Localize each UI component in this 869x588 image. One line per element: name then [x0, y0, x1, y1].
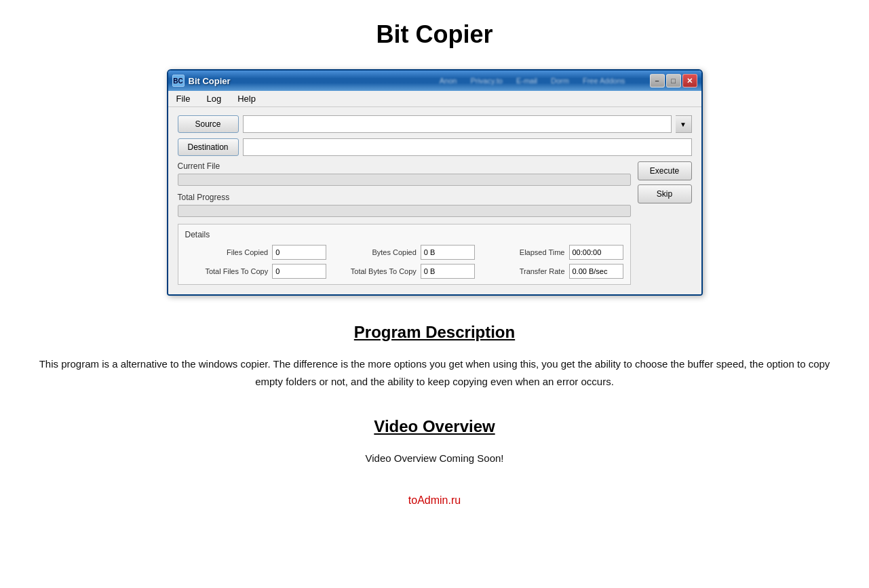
destination-input[interactable] — [243, 138, 692, 156]
elapsed-time-item: Elapsed Time 00:00:00 — [482, 245, 623, 260]
app-icon: BC — [172, 75, 185, 87]
nav-item-5: Free Addons — [583, 77, 625, 85]
execute-button[interactable]: Execute — [638, 161, 692, 180]
menu-log[interactable]: Log — [204, 93, 224, 104]
elapsed-time-label: Elapsed Time — [482, 248, 565, 256]
nav-item-3: E-mail — [516, 77, 537, 85]
maximize-button[interactable]: □ — [666, 74, 681, 87]
source-input[interactable] — [243, 115, 672, 133]
nav-item-2: Privacy.to — [470, 77, 502, 85]
elapsed-time-value: 00:00:00 — [569, 245, 623, 260]
bytes-copied-item: Bytes Copied 0 B — [333, 245, 475, 260]
total-progress-bar — [178, 205, 631, 217]
bytes-copied-label: Bytes Copied — [333, 248, 417, 256]
app-body: Source ▼ Destination Current File — [168, 107, 701, 294]
current-file-label: Current File — [178, 161, 631, 171]
files-copied-label: Files Copied — [185, 248, 269, 256]
app-screenshot-container: BC Bit Copier Anon Privacy.to E-mail Dor… — [27, 69, 842, 296]
details-section: Details Files Copied 0 Bytes Copied 0 B — [178, 224, 631, 285]
menu-file[interactable]: File — [174, 93, 193, 104]
minimize-button[interactable]: – — [650, 74, 665, 87]
menu-help[interactable]: Help — [235, 93, 258, 104]
main-layout: Current File Total Progress Details — [178, 161, 692, 285]
title-bar-nav: Anon Privacy.to E-mail Dorm Free Addons — [419, 77, 646, 85]
video-coming-soon: Video Overview Coming Soon! — [28, 450, 842, 467]
left-panel: Current File Total Progress Details — [178, 161, 631, 285]
details-grid: Files Copied 0 Bytes Copied 0 B Elapsed … — [185, 245, 623, 279]
program-description-heading: Program Description — [27, 323, 842, 342]
bytes-copied-value: 0 B — [421, 245, 475, 260]
total-files-item: Total Files To Copy 0 — [185, 264, 327, 279]
total-progress-label: Total Progress — [178, 193, 631, 202]
app-window: BC Bit Copier Anon Privacy.to E-mail Dor… — [167, 69, 703, 296]
total-files-label: Total Files To Copy — [185, 267, 269, 275]
transfer-rate-label: Transfer Rate — [482, 267, 565, 275]
total-bytes-item: Total Bytes To Copy 0 B — [333, 264, 475, 279]
program-description-text: This program is a alternative to the win… — [28, 355, 842, 390]
total-bytes-label: Total Bytes To Copy — [333, 267, 417, 275]
right-buttons: Execute Skip — [638, 161, 692, 285]
destination-button[interactable]: Destination — [178, 138, 239, 156]
files-copied-item: Files Copied 0 — [185, 245, 327, 260]
app-window-title: Bit Copier — [189, 76, 415, 86]
transfer-rate-value: 0.00 B/sec — [569, 264, 623, 279]
current-file-progress — [178, 174, 631, 186]
source-dropdown-arrow[interactable]: ▼ — [676, 115, 692, 133]
window-controls: – □ ✕ — [650, 74, 697, 87]
skip-button[interactable]: Skip — [638, 184, 692, 203]
menu-bar: File Log Help — [168, 91, 701, 107]
transfer-rate-item: Transfer Rate 0.00 B/sec — [482, 264, 623, 279]
title-bar: BC Bit Copier Anon Privacy.to E-mail Dor… — [168, 71, 701, 91]
total-bytes-value: 0 B — [421, 264, 475, 279]
files-copied-value: 0 — [272, 245, 326, 260]
watermark: toAdmin.ru — [27, 494, 842, 507]
total-files-value: 0 — [272, 264, 326, 279]
nav-item-1: Anon — [440, 77, 457, 85]
destination-row: Destination — [178, 138, 692, 156]
video-overview-heading: Video Overview — [27, 417, 842, 436]
close-button[interactable]: ✕ — [682, 74, 697, 87]
nav-item-4: Dorm — [551, 77, 569, 85]
details-label: Details — [185, 230, 623, 239]
source-button[interactable]: Source — [178, 115, 239, 133]
page-title: Bit Copier — [27, 14, 842, 49]
source-row: Source ▼ — [178, 115, 692, 133]
